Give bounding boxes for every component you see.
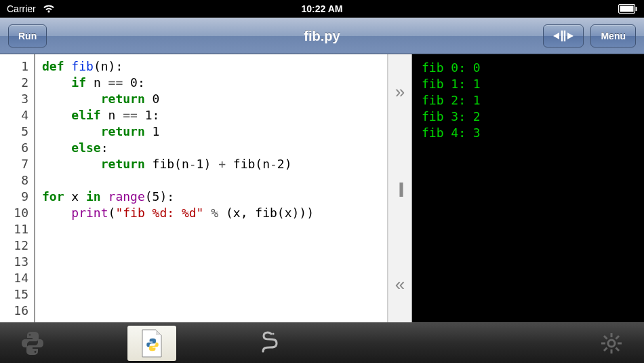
- svg-line-11: [604, 347, 607, 351]
- drag-handle-icon: |||: [398, 180, 401, 197]
- carrier-label: Carrier: [7, 3, 36, 14]
- svg-line-9: [604, 336, 607, 339]
- tab-console[interactable]: [252, 327, 290, 360]
- svg-rect-1: [636, 7, 637, 11]
- svg-line-10: [616, 347, 620, 351]
- chevron-left-icon: «: [395, 274, 405, 295]
- page-title: fib.py: [304, 28, 340, 44]
- svg-point-4: [608, 340, 615, 347]
- python-file-icon: [140, 329, 164, 358]
- tab-python-home[interactable]: [14, 327, 52, 360]
- console-output-pane[interactable]: fib 0: 0fib 1: 1fib 2: 1fib 3: 2fib 4: 3: [412, 54, 644, 322]
- content-area: 12345678910111213141516 def fib(n): if n…: [0, 54, 644, 322]
- bottom-tab-bar: [0, 322, 644, 363]
- chevron-right-icon: »: [395, 81, 405, 102]
- menu-button-label: Menu: [601, 31, 626, 41]
- status-left: Carrier: [7, 3, 55, 14]
- tab-settings[interactable]: [592, 327, 630, 360]
- battery-icon: [618, 4, 637, 14]
- line-number-gutter: 12345678910111213141516: [0, 54, 35, 322]
- run-button[interactable]: Run: [8, 24, 47, 47]
- svg-rect-2: [620, 6, 634, 12]
- wifi-icon: [43, 4, 55, 14]
- snake-icon: [258, 330, 285, 357]
- clock: 10:22 AM: [302, 3, 343, 14]
- menu-button[interactable]: Menu: [590, 24, 636, 47]
- split-toggle-button[interactable]: [543, 24, 584, 47]
- nav-right-group: Menu: [543, 24, 636, 47]
- gear-icon: [600, 332, 623, 355]
- svg-line-12: [616, 336, 620, 339]
- pane-resize-handle[interactable]: » ||| «: [388, 54, 412, 322]
- run-button-label: Run: [18, 31, 37, 41]
- tab-current-file[interactable]: [133, 327, 171, 360]
- navigation-bar: Run fib.py Menu: [0, 18, 644, 54]
- python-logo-icon: [19, 330, 46, 357]
- svg-point-3: [272, 332, 274, 335]
- code-editor-pane[interactable]: 12345678910111213141516 def fib(n): if n…: [0, 54, 388, 322]
- split-icon: [553, 30, 573, 42]
- status-bar: Carrier 10:22 AM: [0, 0, 644, 18]
- code-text[interactable]: def fib(n): if n == 0: return 0 elif n =…: [35, 54, 387, 322]
